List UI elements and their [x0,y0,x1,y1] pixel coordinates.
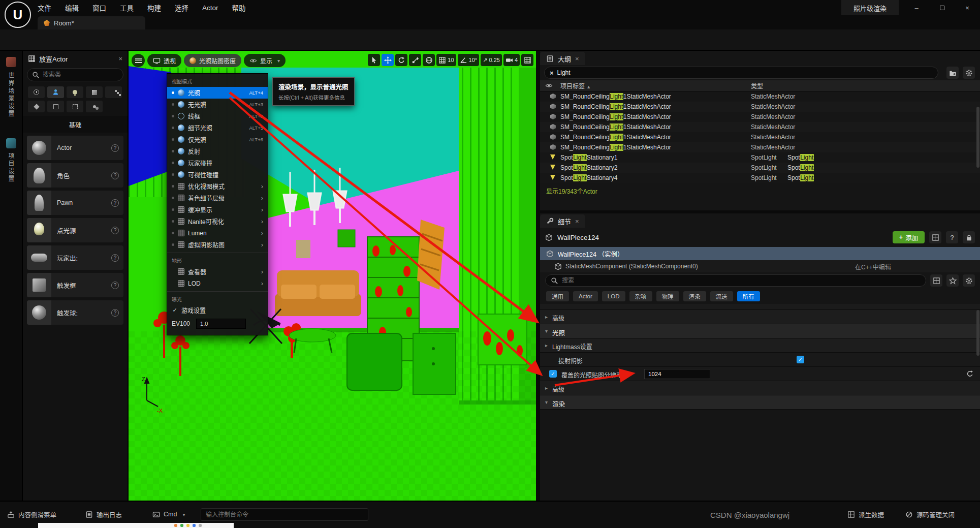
section-rendering[interactable]: ▾ 渲染 [540,395,980,410]
world-space-button[interactable] [423,54,435,66]
perspective-dropdown[interactable]: 透视 [147,54,181,67]
details-filter-tab[interactable]: 流送 [710,291,733,301]
outliner-scrollbar[interactable] [976,107,979,168]
category-shapes-button[interactable] [86,86,103,98]
view-mode-item[interactable]: 无光照 ALT+3 [167,99,268,110]
outliner-tab[interactable]: 大纲 × [540,52,585,65]
add-component-button[interactable]: +添加 [893,231,925,243]
add-folder-button[interactable] [946,67,959,79]
place-actor-item[interactable]: 触发框 ? [27,273,123,297]
place-actor-item[interactable]: 点光源 ? [27,218,123,242]
menu-item[interactable]: 构建 [147,3,161,13]
terrain-menu-item[interactable]: 查看器 › [167,266,268,277]
viewport-options-button[interactable] [132,54,145,67]
outliner-row[interactable]: SM_RoundCeilingLight1StaticMeshActor Sta… [540,102,980,112]
view-mode-item[interactable]: 虚拟阴影贴图 › [167,239,268,251]
menu-item[interactable]: Actor [202,4,218,12]
details-scrollbar[interactable] [976,310,979,356]
cast-shadow-checkbox[interactable]: ✓ [797,356,804,363]
category-landscape-button[interactable] [105,86,122,98]
grid-snap-button[interactable]: 10 [436,54,456,66]
project-settings-icon[interactable] [6,138,16,148]
component-row[interactable]: StaticMeshComponent (StaticMeshComponent… [540,260,980,272]
category-recent-button[interactable] [28,86,45,98]
details-filter-tab[interactable]: LOD [602,291,625,301]
help-button[interactable]: ? [946,231,958,243]
viewport[interactable]: Z -X 透视 光照贴图密度 显示 ▾ [129,51,536,501]
info-icon[interactable]: ? [111,199,119,207]
lock-button[interactable] [963,231,975,243]
outliner-search-input[interactable] [557,69,933,76]
close-button[interactable]: × [955,0,980,15]
console-command-input[interactable] [201,508,368,521]
menu-item[interactable]: 窗口 [92,3,106,13]
place-search-box[interactable] [27,68,123,81]
category-effects-button[interactable] [28,101,45,112]
select-tool-button[interactable] [368,54,380,66]
game-settings-item[interactable]: ✓ 游戏设置 [167,304,268,316]
view-mode-item[interactable]: 细节光照 ALT+5 [167,122,268,134]
override-checkbox[interactable]: ✓ [549,370,557,378]
tab-project-settings[interactable]: 项目设置 [7,152,15,183]
details-filter-tab[interactable]: 渲染 [683,291,706,301]
outliner-row[interactable]: SpotLightStationary4 SpotLight SpotLight [540,173,980,183]
details-search-box[interactable] [545,274,926,287]
view-mode-dropdown[interactable]: 光照贴图密度 [184,54,241,67]
view-mode-item[interactable]: Nanite可视化 › [167,215,268,227]
view-mode-item[interactable]: 线框 ALT+2 [167,110,268,122]
outliner-settings-button[interactable] [963,67,975,79]
details-filter-tab[interactable]: 物理 [656,291,679,301]
show-dropdown[interactable]: 显示 ▾ [244,54,286,67]
derived-data-button[interactable]: 派生数据 [847,507,884,522]
info-icon[interactable]: ? [111,282,119,289]
move-tool-button[interactable] [382,54,394,66]
category-geometry-button[interactable] [47,101,64,112]
place-actor-item[interactable]: 触发球: ? [27,300,123,325]
reset-icon[interactable] [966,370,974,378]
instance-row[interactable]: WallPiece124 （实例） [540,247,980,260]
menu-item[interactable]: 编辑 [65,3,79,13]
category-volumes-button[interactable] [67,101,83,112]
section-lighting[interactable]: ▾ 光照 [540,324,980,338]
lightmap-resolution-input[interactable] [644,369,710,379]
clear-search-icon[interactable]: × [550,69,554,77]
scale-tool-button[interactable] [409,54,421,66]
details-filter-tab[interactable]: Actor [573,291,598,301]
place-actor-item[interactable]: Pawn ? [27,191,123,215]
view-mode-item[interactable]: Lumen › [167,227,268,239]
column-item-label[interactable]: 项目标签 ▲ [560,81,591,90]
info-icon[interactable]: ? [111,144,119,152]
category-basic-button[interactable] [47,86,64,98]
view-mode-item[interactable]: 可视性碰撞 [167,169,268,180]
category-all-button[interactable] [86,101,103,112]
world-settings-icon[interactable] [6,57,16,67]
info-icon[interactable]: ? [111,172,119,179]
cmd-dropdown[interactable]: Cmd ▾ [152,507,185,522]
favorites-button[interactable] [946,274,959,287]
menu-item[interactable]: 帮助 [232,3,246,13]
info-icon[interactable]: ? [111,254,119,262]
rotation-snap-button[interactable]: 10° [458,54,480,66]
column-type[interactable]: 类型 [751,81,763,90]
section-lightmass[interactable]: ▸ Lightmass设置 [540,338,980,353]
menu-item[interactable]: 工具 [120,3,134,13]
tab-world-settings[interactable]: 世界场景设置 [7,72,15,118]
menu-item[interactable]: 选择 [175,3,188,13]
maximize-button[interactable] [929,0,955,15]
output-log-button[interactable]: 输出日志 [85,507,122,522]
rotate-tool-button[interactable] [395,54,407,66]
details-filter-tab[interactable]: 所有 [737,291,760,301]
view-mode-item[interactable]: 优化视图模式 › [167,180,268,192]
info-icon[interactable]: ? [111,227,119,234]
ev100-input[interactable] [196,319,246,329]
scale-snap-button[interactable]: ↗0.25 [481,54,502,66]
details-filter-tab[interactable]: 杂项 [629,291,652,301]
outliner-row[interactable]: SM_RoundCeilingLight1StaticMeshActor Sta… [540,91,980,102]
outliner-row[interactable]: SpotLightStationary1 SpotLight SpotLight [540,152,980,163]
category-lights-button[interactable] [67,86,83,98]
menu-item[interactable]: 文件 [38,3,51,13]
section-advanced[interactable]: ▸ 高级 [540,310,980,324]
terrain-menu-item[interactable]: LOD › [167,277,268,289]
details-search-input[interactable] [562,277,921,284]
view-mode-item[interactable]: 玩家碰撞 [167,157,268,169]
